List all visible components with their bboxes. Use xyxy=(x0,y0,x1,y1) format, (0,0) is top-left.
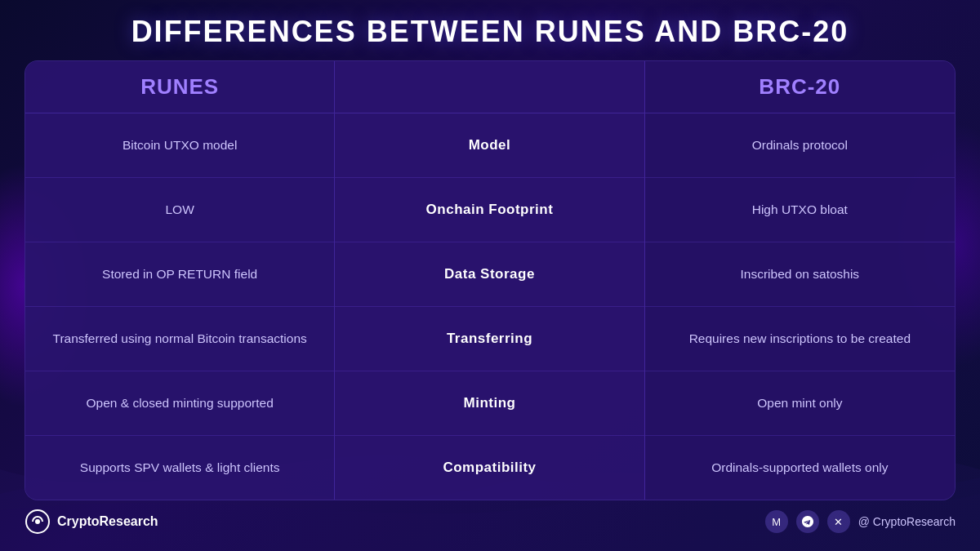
main-container: DIFFERENCES BETWEEN RUNES AND BRC-20 RUN… xyxy=(0,0,980,551)
comparison-table: RUNES Bitcoin UTXO model LOW Stored in O… xyxy=(24,60,956,500)
telegram-icon xyxy=(796,510,819,533)
runes-row-6: Supports SPV wallets & light clients xyxy=(25,436,334,500)
brc-column: BRC-20 Ordinals protocol High UTXO bloat… xyxy=(645,61,955,500)
middle-column: Model Onchain Footprint Data Storage Tra… xyxy=(335,61,644,500)
brand-section: CryptoResearch xyxy=(24,509,158,535)
middle-row-6: Compatibility xyxy=(335,436,644,500)
page-title: DIFFERENCES BETWEEN RUNES AND BRC-20 xyxy=(24,15,956,49)
runes-row-4: Transferred using normal Bitcoin transac… xyxy=(25,307,334,371)
brc-row-2: High UTXO bloat xyxy=(645,178,955,242)
brc-row-4: Requires new inscriptions to be created xyxy=(645,307,955,371)
runes-row-2: LOW xyxy=(25,178,334,242)
medium-icon: M xyxy=(765,510,788,533)
middle-row-5: Minting xyxy=(335,371,644,436)
svg-point-1 xyxy=(35,519,40,524)
runes-row-5: Open & closed minting supported xyxy=(25,371,334,436)
brc-rows: Ordinals protocol High UTXO bloat Inscri… xyxy=(645,113,955,500)
runes-row-1: Bitcoin UTXO model xyxy=(25,113,334,178)
runes-rows: Bitcoin UTXO model LOW Stored in OP RETU… xyxy=(25,113,334,500)
brand-logo-icon xyxy=(24,509,51,535)
brc-row-6: Ordinals-supported wallets only xyxy=(645,436,955,500)
footer: CryptoResearch M ✕ @ CryptoResearch xyxy=(24,500,956,535)
brc-row-5: Open mint only xyxy=(645,371,955,436)
brc-row-3: Inscribed on satoshis xyxy=(645,242,955,307)
social-handle: @ CryptoResearch xyxy=(858,515,956,528)
runes-header: RUNES xyxy=(25,61,334,113)
middle-header xyxy=(335,61,644,113)
runes-column: RUNES Bitcoin UTXO model LOW Stored in O… xyxy=(25,61,335,500)
runes-row-3: Stored in OP RETURN field xyxy=(25,242,334,307)
brc-header: BRC-20 xyxy=(645,61,955,113)
middle-row-3: Data Storage xyxy=(335,242,644,307)
middle-row-2: Onchain Footprint xyxy=(335,178,644,242)
brc-row-1: Ordinals protocol xyxy=(645,113,955,178)
social-icons-section: M ✕ @ CryptoResearch xyxy=(765,510,956,533)
middle-rows: Model Onchain Footprint Data Storage Tra… xyxy=(335,113,644,500)
middle-row-1: Model xyxy=(335,113,644,178)
middle-row-4: Transferring xyxy=(335,307,644,371)
twitter-icon: ✕ xyxy=(827,510,850,533)
brand-name: CryptoResearch xyxy=(57,514,158,529)
